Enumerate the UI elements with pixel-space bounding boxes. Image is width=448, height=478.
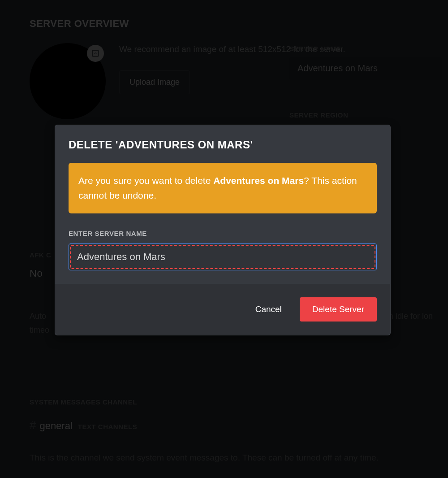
confirm-input-label: ENTER SERVER NAME xyxy=(69,230,377,237)
delete-server-modal: DELETE 'ADVENTURES ON MARS' Are you sure… xyxy=(55,125,391,335)
cancel-button[interactable]: Cancel xyxy=(255,304,282,314)
warning-box: Are you sure you want to delete Adventur… xyxy=(69,163,377,213)
confirm-server-name-input[interactable] xyxy=(70,245,375,269)
modal-title: DELETE 'ADVENTURES ON MARS' xyxy=(69,139,377,151)
modal-body: DELETE 'ADVENTURES ON MARS' Are you sure… xyxy=(55,125,390,284)
warning-server-name: Adventures on Mars xyxy=(213,175,304,186)
warning-prefix: Are you sure you want to delete xyxy=(78,175,213,186)
modal-footer: Cancel Delete Server xyxy=(55,284,390,335)
confirm-input-wrap xyxy=(69,243,377,270)
delete-server-button[interactable]: Delete Server xyxy=(300,297,377,322)
